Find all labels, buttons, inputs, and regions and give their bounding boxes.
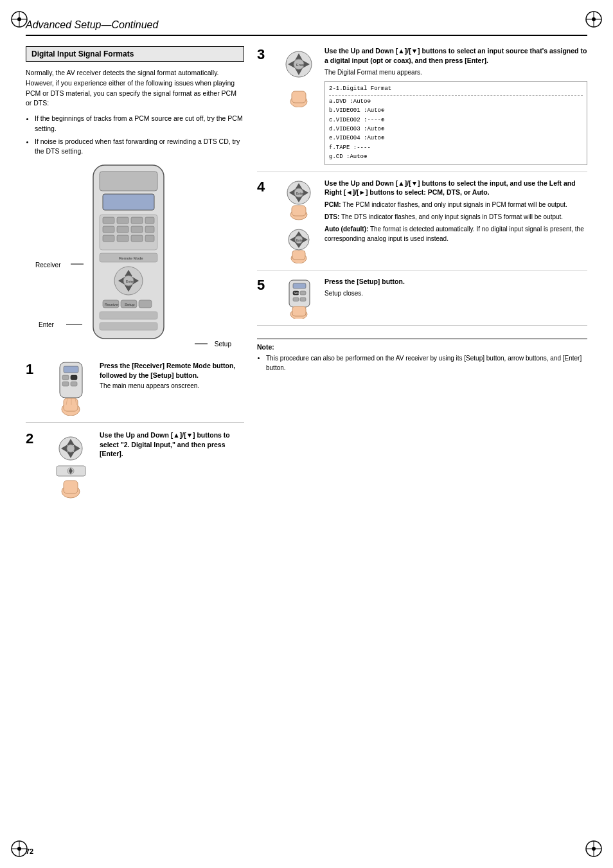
page-number: 72	[26, 847, 33, 855]
svg-rect-29	[117, 235, 129, 242]
bullet-item-1: If the beginnings of tracks from a PCM s…	[35, 114, 244, 134]
svg-rect-30	[131, 235, 143, 242]
svg-rect-107	[300, 297, 306, 301]
step-3: 3 Enter	[257, 46, 587, 172]
title-continued: —Continued	[101, 19, 158, 30]
svg-text:Enter: Enter	[126, 279, 134, 283]
menu-item-5: f.TAPE :----	[329, 143, 583, 152]
step-4-number: 4	[257, 179, 273, 263]
svg-text:Remote Mode: Remote Mode	[119, 256, 143, 260]
svg-rect-100	[292, 251, 305, 260]
right-steps-container: 3 Enter	[257, 46, 587, 373]
step-1-content: Press the [Receiver] Remote Mode button,…	[100, 361, 244, 416]
dts-desc: The DTS indicator flashes, and only inpu…	[341, 213, 563, 220]
section-title: Digital Input Signal Formats	[26, 46, 244, 62]
step-5-illustration: Setup	[281, 277, 317, 319]
step-5: 5 Setup	[257, 277, 587, 326]
menu-title: 2-1.Digital Format	[329, 84, 583, 95]
step-1-illustration	[53, 361, 89, 416]
svg-rect-52	[64, 366, 78, 373]
auto-label: Auto (default):	[324, 226, 368, 233]
step-1-title: Press the [Receiver] Remote Mode button,…	[100, 361, 244, 380]
svg-rect-23	[145, 217, 154, 224]
intro-paragraph: Normally, the AV receiver detects the si…	[26, 68, 244, 109]
svg-text:Enter: Enter	[296, 238, 304, 242]
pcm-label: PCM:	[324, 201, 341, 208]
step-4-illustration-bottom: Enter	[281, 228, 317, 263]
svg-text:Enter: Enter	[296, 63, 305, 67]
page-title: Advanced Setup—Continued	[26, 19, 158, 30]
title-main: Advanced Setup	[26, 19, 101, 30]
svg-rect-82	[292, 91, 306, 103]
enter-label: Enter	[39, 321, 54, 328]
svg-rect-25	[117, 226, 129, 233]
receiver-diagram: Remote Mode Enter Receiver Setup	[35, 162, 235, 355]
digital-format-menu: 2-1.Digital Format a.DVD :Auto⊕ b.VIDEO0…	[324, 81, 587, 164]
svg-rect-31	[145, 235, 154, 242]
svg-rect-17	[100, 172, 157, 191]
step-2-content: Use the Up and Down [▲]/[▼] buttons to s…	[100, 430, 244, 501]
pcm-desc: The PCM indicator flashes, and only inpu…	[342, 201, 567, 208]
step-5-title: Press the [Setup] button.	[324, 277, 587, 287]
svg-text:Setup: Setup	[125, 303, 135, 306]
menu-item-2: c.VIDEO02 :----⊕	[329, 116, 583, 125]
step-2-title: Use the Up and Down [▲]/[▼] buttons to s…	[100, 430, 244, 459]
step-4: 4 Enter	[257, 179, 587, 270]
receiver-label: Receiver	[35, 261, 60, 269]
corner-decoration-tr	[581, 6, 607, 32]
bullet-list: If the beginnings of tracks from a PCM s…	[35, 114, 244, 157]
step-4-body: PCM: The PCM indicator flashes, and only…	[324, 200, 587, 244]
step-4-title: Use the Up and Down [▲]/[▼] buttons to s…	[324, 179, 587, 197]
svg-rect-91	[292, 206, 306, 216]
step-4-content: Use the Up and Down [▲]/[▼] buttons to s…	[324, 179, 587, 263]
svg-text:Enter: Enter	[296, 191, 304, 195]
svg-rect-55	[62, 382, 69, 386]
note-text: This procedure can also be performed on …	[266, 353, 587, 373]
step-5-number: 5	[257, 277, 273, 319]
step-3-image: Enter	[280, 46, 318, 165]
svg-rect-54	[71, 375, 77, 380]
step-2: 2	[26, 430, 244, 508]
step-3-desc: The Digital Format menu appears.	[324, 67, 587, 77]
bullet-item-2: If noise is produced when fast forwardin…	[35, 137, 244, 157]
svg-rect-109	[292, 306, 306, 316]
left-steps: 1	[26, 361, 244, 508]
content-columns: Digital Input Signal Formats Normally, t…	[26, 46, 587, 515]
svg-rect-105	[300, 291, 306, 295]
menu-item-1: b.VIDEO01 :Auto⊕	[329, 106, 583, 115]
svg-rect-21	[117, 217, 129, 224]
page-header: Advanced Setup—Continued	[26, 19, 587, 36]
svg-rect-22	[131, 217, 143, 224]
page: Advanced Setup—Continued Digital Input S…	[0, 0, 613, 868]
svg-rect-27	[145, 226, 154, 233]
svg-rect-24	[103, 226, 114, 233]
svg-rect-46	[100, 312, 157, 319]
step-1: 1	[26, 361, 244, 423]
step-1-image	[48, 361, 93, 416]
svg-rect-106	[293, 297, 299, 301]
step-5-image: Setup	[280, 277, 318, 319]
corner-decoration-br	[581, 836, 607, 862]
svg-text:Receiver: Receiver	[105, 303, 119, 306]
step-2-number: 2	[26, 430, 42, 501]
svg-rect-43	[139, 300, 152, 308]
step-3-content: Use the Up and Down [▲]/[▼] buttons to s…	[324, 46, 587, 165]
dts-label: DTS:	[324, 213, 339, 220]
step-5-content: Press the [Setup] button. Setup closes.	[324, 277, 587, 319]
step-3-illustration: Enter	[281, 46, 317, 107]
step-5-desc: Setup closes.	[324, 288, 587, 298]
step-4-illustration-top: Enter	[281, 179, 317, 220]
step-3-number: 3	[257, 46, 273, 165]
svg-point-67	[67, 445, 75, 452]
note-title: Note:	[257, 343, 587, 351]
remote-control-image: Remote Mode Enter Receiver Setup	[77, 162, 180, 345]
corner-decoration-tl	[6, 6, 32, 32]
menu-item-6: g.CD :Auto⊕	[329, 152, 583, 161]
menu-item-0: a.DVD :Auto⊕	[329, 97, 583, 106]
step-1-desc: The main menu appears onscreen.	[100, 382, 244, 391]
step-2-illustration	[53, 430, 89, 501]
svg-rect-102	[293, 283, 306, 288]
setup-label: Setup	[215, 341, 231, 348]
svg-rect-56	[71, 382, 77, 386]
right-column: 3 Enter	[257, 46, 587, 515]
